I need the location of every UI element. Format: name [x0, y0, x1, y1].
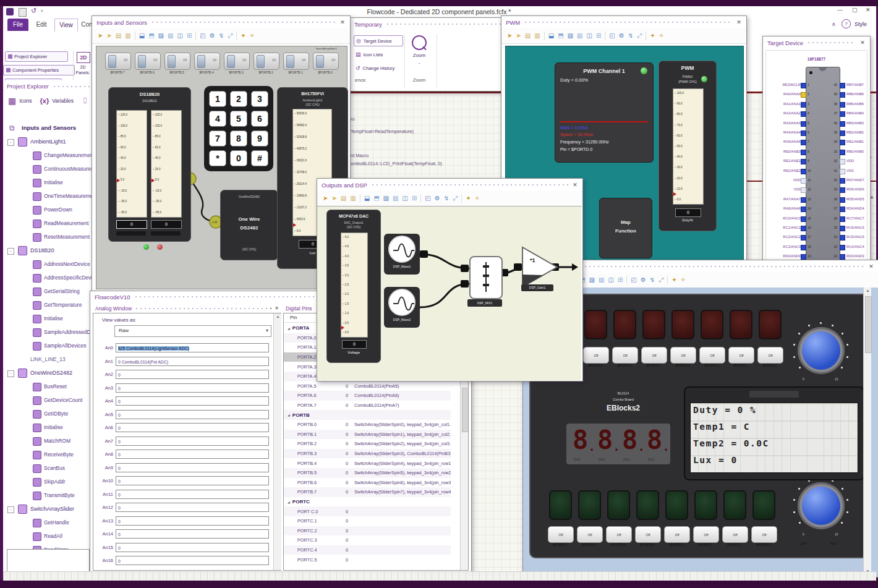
split-icon[interactable]: ◫	[608, 277, 614, 283]
digital-row-portb-5[interactable]: PORTB.50SwitchArray(SliderSpin5), keypad…	[284, 468, 451, 478]
view-values-dropdown[interactable]: Raw ▾	[114, 325, 271, 337]
settings-icon[interactable]: ⚙	[641, 277, 646, 283]
resize-icon[interactable]: ⤢	[453, 195, 458, 202]
grid-icon[interactable]: ⊞	[596, 33, 601, 39]
digital-row-portb-7[interactable]: PORTB.70SwitchArray(SliderSpin7), keypad…	[284, 487, 451, 497]
zoom-button[interactable]: Zoom	[410, 53, 428, 58]
tab-view[interactable]: View	[54, 19, 78, 32]
ribbon-button-project-explorer[interactable]: Project Explorer	[5, 51, 68, 62]
digital-row-portb[interactable]: ◢PORTB	[284, 410, 451, 420]
cursor-alt-icon[interactable]: ➤	[106, 33, 111, 39]
paste-icon[interactable]: ▥	[534, 33, 540, 39]
scroll-up-icon[interactable]: ▲	[274, 315, 282, 318]
macros-icon[interactable]: ⌷	[83, 96, 87, 105]
close-icon[interactable]: ✕	[275, 305, 279, 311]
ldr-knob[interactable]	[798, 482, 845, 529]
digital-row-portc-1[interactable]: PORTC.10	[284, 516, 451, 526]
onewire-ds2482-component[interactable]: OneWireDS2482 One Wire DS2482 (I2C CH1)	[220, 190, 278, 260]
keypad-key-6[interactable]: 6	[251, 111, 268, 127]
switch-rocker[interactable]	[316, 55, 324, 68]
help-icon[interactable]: ?	[842, 19, 851, 28]
analog-value-an9[interactable]: 0	[116, 463, 269, 472]
digital-row-port-c-0[interactable]: PORT C.00	[284, 506, 451, 516]
board-button-porta1[interactable]: Off	[728, 347, 754, 364]
resize-icon[interactable]: ⤢	[637, 33, 642, 39]
pot-knob[interactable]	[798, 327, 845, 374]
layout-icon[interactable]: ▨	[568, 33, 573, 39]
digital-row-portb-2[interactable]: PORTB.20SwitchArray(SliderSpin2), keypad…	[284, 439, 451, 449]
gauge-pointer[interactable]	[293, 223, 296, 227]
star-icon[interactable]: ✦	[671, 277, 676, 283]
switch-rocker[interactable]	[227, 55, 235, 68]
analog-value-an16[interactable]: 0	[116, 556, 269, 565]
dac-component[interactable]: MCP47x6 DAC DAC_Output1 (I2C CH2) 0 Volt…	[326, 210, 381, 363]
toggle-switch-portb3[interactable]: Off	[224, 53, 250, 70]
board-button-portd2[interactable]: Off	[693, 526, 719, 543]
paste-icon[interactable]: ▥	[125, 33, 130, 39]
digital-row-porta-7[interactable]: PORTA.70ComboBL0114(PinA7)	[284, 401, 451, 411]
keypad-key-5[interactable]: 5	[230, 111, 247, 127]
keypad-key-3[interactable]: 3	[251, 91, 268, 107]
keypad-key-0[interactable]: 0	[230, 150, 247, 166]
align-bottom-icon[interactable]: ⬓	[548, 33, 554, 39]
panel-icon[interactable]: ◰	[631, 277, 636, 283]
board-button-porta4[interactable]: Off	[641, 347, 667, 364]
keypad-key-8[interactable]: 8	[230, 130, 247, 147]
layout-icon[interactable]: ▨	[158, 33, 164, 39]
analog-value-an13[interactable]: 0	[116, 516, 269, 526]
switch-rocker[interactable]	[108, 55, 116, 68]
analog-value-an15[interactable]: 0	[116, 543, 269, 552]
toggle-switch-portb0[interactable]: Off	[313, 53, 339, 70]
tree-expander-icon[interactable]: -	[7, 506, 14, 513]
toggle-switch-portb6[interactable]: Off	[135, 53, 161, 70]
board-button-portd0[interactable]: Off	[751, 526, 777, 543]
tab-edit[interactable]: Edit	[31, 19, 52, 31]
align-top-icon[interactable]: ⬒	[558, 33, 563, 39]
dsp-wave2-component[interactable]: DSP_Wave2	[384, 287, 420, 328]
close-icon[interactable]: ✕	[736, 19, 742, 25]
digital-row-portb-3[interactable]: PORTB.30SwitchArray(SliderSpin3), ComboB…	[284, 449, 451, 459]
board-button-portd5[interactable]: Off	[606, 526, 632, 543]
tree-expander-icon[interactable]: -	[7, 370, 14, 377]
close-icon[interactable]: ✕	[859, 40, 866, 46]
cursor-icon[interactable]: ➤	[507, 33, 512, 39]
digital-row-portb-6[interactable]: PORTB.60SwitchArray(SliderSpin6), keypad…	[284, 478, 451, 488]
analog-value-an6[interactable]: 0	[116, 423, 269, 432]
digital-row-porta-6[interactable]: PORTA.60ComboBL0114(PinA6)	[284, 391, 451, 401]
analog-value-an10[interactable]: 0	[116, 476, 269, 485]
toggle-switch-portb2[interactable]: Off	[254, 53, 279, 70]
keypad-key-star[interactable]: *	[209, 150, 226, 166]
maximize-button[interactable]: ▢	[852, 7, 858, 13]
dsp-gain-component[interactable]	[521, 246, 560, 288]
group-expander-icon[interactable]: ◢	[288, 413, 290, 417]
cursor-alt-icon[interactable]: ➤	[331, 195, 336, 202]
analog-value-an2[interactable]: 0	[116, 370, 269, 379]
digital-row-portc[interactable]: ◢PORTC	[284, 497, 451, 507]
scrollbar-thumb[interactable]	[865, 296, 872, 353]
copy-icon[interactable]: ▤	[116, 33, 121, 39]
analog-value-an8[interactable]: 0	[116, 450, 269, 459]
star-icon[interactable]: ✦	[241, 33, 245, 39]
copy-icon[interactable]: ▤	[341, 195, 346, 202]
group-expander-icon[interactable]: ◢	[288, 326, 290, 330]
ribbon-button-component-properties[interactable]: Component Properties	[3, 65, 75, 75]
map-function-component[interactable]: Map Function	[599, 198, 652, 258]
scroll-up-icon[interactable]: ▲	[864, 289, 872, 292]
2d-panel-icon[interactable]: 2D	[77, 52, 90, 63]
knob-grip[interactable]	[802, 487, 840, 525]
group-expander-icon[interactable]: ◢	[288, 500, 290, 504]
panel-icon[interactable]: ◰	[200, 33, 205, 39]
digital-row-portb-0[interactable]: PORTB.00SwitchArray(SliderSpin0), keypad…	[284, 420, 451, 430]
keypad-key-hash[interactable]: #	[251, 150, 268, 166]
ds18b20-component[interactable]: DS18B20 DS18B20 0 0 – 125.0– 105.0– 85.0…	[108, 87, 191, 242]
star-outline-icon[interactable]: ✧	[475, 195, 480, 202]
icons-view-label[interactable]: Icons	[19, 98, 32, 104]
gauge-pointer[interactable]	[151, 179, 155, 182]
variables-icon[interactable]: {x}	[40, 97, 49, 104]
grid-icon[interactable]: ⊞	[187, 33, 192, 39]
inputs-panel-surface[interactable]: 1-W 1-W Off$PORTB.7Off$PORTB.6Off$PORTB.…	[96, 46, 347, 289]
digital-row-porta-5[interactable]: PORTA.50ComboBL0114(PinA5)	[284, 381, 451, 391]
view-option-icon-lists[interactable]: ▤Icon Lists	[354, 49, 403, 60]
tab-file[interactable]: File	[7, 19, 28, 31]
zoom-minus-button[interactable]: -	[410, 60, 428, 66]
